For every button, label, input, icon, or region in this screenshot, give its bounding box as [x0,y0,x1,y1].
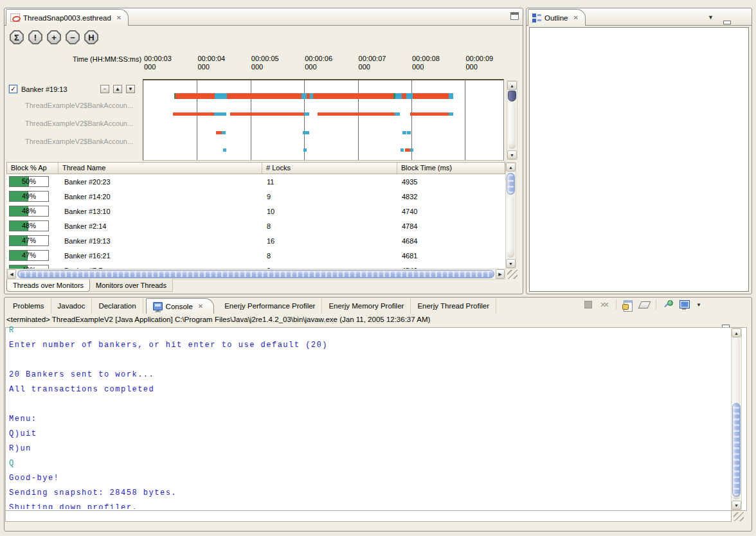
table-row[interactable]: 49%Banker #14:2094832 [6,189,505,204]
monitor-row-label: ThreadExampleV2$BankAccoun... [25,138,133,145]
thread-row-label: Banker #19:13 [21,85,68,93]
tab-problems[interactable]: Problems [6,298,51,314]
locks-cell: 9 [262,193,397,201]
scroll-down-icon[interactable]: ▼ [732,501,741,510]
block-pct-value: 49% [10,192,48,201]
table-hscrollbar[interactable]: ◀ ▶ [6,269,505,280]
tab-console[interactable]: Console✕ [146,298,215,314]
move-row-up-button[interactable]: ▲ [113,85,122,93]
console-text: REnter number of bankers, or hit enter t… [9,323,728,509]
maximize-editor-button[interactable] [510,12,519,20]
timeline-tick: 00:00:04000 [197,55,225,71]
column-block-time[interactable]: Block Time (ms) [397,163,505,174]
gantt-segment-run [410,112,449,116]
remove-all-launches-icon[interactable]: ✕✕ [599,299,610,310]
gantt-segment-block [449,93,453,99]
gantt-segment-block [304,112,309,116]
scroll-down-icon[interactable]: ▼ [506,259,516,268]
column-block-pct[interactable]: Block % Ap [7,163,59,174]
pin-console-icon[interactable] [662,299,673,310]
tab-declaration[interactable]: Declaration [92,298,143,314]
block-pct-value: 48% [10,206,48,216]
scroll-down-icon[interactable]: ▼ [507,150,517,159]
console-line: R [9,323,728,338]
gantt-segment-block [214,112,226,116]
resize-grip-icon[interactable] [507,270,518,279]
thread-visible-checkbox[interactable]: ✓ [9,85,17,93]
tab-javadoc[interactable]: Javadoc [51,298,93,314]
editor-tab-threadsnap[interactable]: ThreadSnap0003.esthread ✕ [6,9,129,26]
table-row[interactable]: 48%Banker #13:10104740 [6,204,505,219]
dropdown-arrow-icon[interactable]: ▼ [696,299,702,310]
gantt-chart[interactable] [143,79,504,161]
gantt-segment-block [303,131,310,134]
move-row-down-button[interactable]: ▼ [126,85,135,93]
tick-time: 00:00:08 [412,55,440,63]
thread-name-cell: Banker #2:14 [58,222,262,230]
tab-enerjy-memory-profiler[interactable]: Enerjy Memory Profiler [322,298,411,314]
terminate-icon[interactable] [582,299,593,310]
outline-tab[interactable]: Outline ✕ [528,9,586,26]
scroll-lock-icon[interactable] [622,299,633,310]
table-header[interactable]: Block % Ap Thread Name # Locks Block Tim… [6,162,505,174]
zoom-in-button[interactable]: + [47,30,61,44]
console-output-area[interactable]: REnter number of bankers, or hit enter t… [5,327,747,511]
console-vscroll-thumb[interactable] [732,403,741,497]
block-pct-meter: 49% [9,191,49,202]
scroll-left-icon[interactable]: ◀ [7,269,16,279]
block-pct-value: 48% [10,221,48,231]
toolbar-separator [616,299,616,310]
scroll-up-icon[interactable]: ▲ [506,163,516,172]
timeline-row-labels: ✓ Banker #19:13 − ▲ ▼ ThreadExampleV2$Ba… [8,80,140,161]
tab-monitors-over-threads[interactable]: Monitors over Threads [90,279,173,292]
close-icon[interactable]: ✕ [196,303,203,310]
tick-ms: 000 [412,63,440,71]
tick-ms: 000 [197,63,225,71]
table-hscroll-thumb[interactable] [17,270,494,278]
gantt-segment-run [402,93,406,99]
close-icon[interactable]: ✕ [571,14,578,21]
collapse-row-button[interactable]: − [100,85,109,93]
sum-button[interactable]: Σ [10,30,24,44]
tab-threads-over-monitors[interactable]: Threads over Monitors [6,279,90,292]
view-menu-icon[interactable]: ▼ [708,14,714,21]
scroll-up-icon[interactable]: ▲ [507,81,517,90]
editor-bottom-tabs: Threads over Monitors Monitors over Thre… [6,279,173,292]
scroll-up-icon[interactable]: ▲ [732,328,741,337]
scroll-right-icon[interactable]: ▶ [496,269,505,279]
console-vscrollbar[interactable]: ▲ ▼ [731,328,742,510]
console-tabbar: ProblemsJavadocDeclarationConsole✕Enerjy… [6,298,496,314]
table-vscrollbar[interactable]: ▲ ▼ [505,162,516,269]
console-hscroll-area[interactable] [5,511,732,522]
locks-cell: 10 [262,208,397,215]
timeline-tick: 00:00:05000 [251,55,279,71]
resize-grip-icon[interactable] [734,512,744,521]
timeline-vscroll-thumb[interactable] [508,91,516,102]
zoom-out-button[interactable]: − [66,30,80,44]
table-row[interactable]: 47%Banker #19:13164684 [6,233,505,248]
tab-enerjy-thread-profiler[interactable]: Enerjy Thread Profiler [411,298,496,314]
gantt-segment-block [395,93,402,99]
tick-ms: 000 [251,63,279,71]
close-icon[interactable]: ✕ [114,14,122,21]
table-row[interactable]: 50%Banker #20:23114935 [6,174,505,189]
thread-name-cell: Banker #16:21 [58,252,262,260]
tab-enerjy-performance-profiler[interactable]: Enerjy Performance Profiler [218,298,322,314]
locks-cell: 16 [262,237,397,245]
block-pct-cell: 47% [6,235,58,246]
column-locks[interactable]: # Locks [262,163,397,174]
tick-time: 00:00:07 [359,55,386,63]
timeline-vscrollbar[interactable]: ▲ ▼ [507,80,518,160]
gridline [465,80,465,160]
fit-width-button[interactable]: H [84,30,98,44]
column-thread-name[interactable]: Thread Name [59,163,262,174]
alert-button[interactable]: ! [28,30,42,44]
clear-console-icon[interactable] [639,299,650,310]
display-console-icon[interactable] [679,299,690,310]
table-row[interactable]: 48%Banker #2:1484784 [6,219,505,233]
table-vscroll-thumb[interactable] [507,173,515,195]
console-line: Q)uit [9,427,728,442]
minimize-outline-button[interactable] [723,19,731,26]
table-row[interactable]: 47%Banker #16:2184681 [6,248,505,263]
tick-time: 00:00:05 [251,55,279,63]
